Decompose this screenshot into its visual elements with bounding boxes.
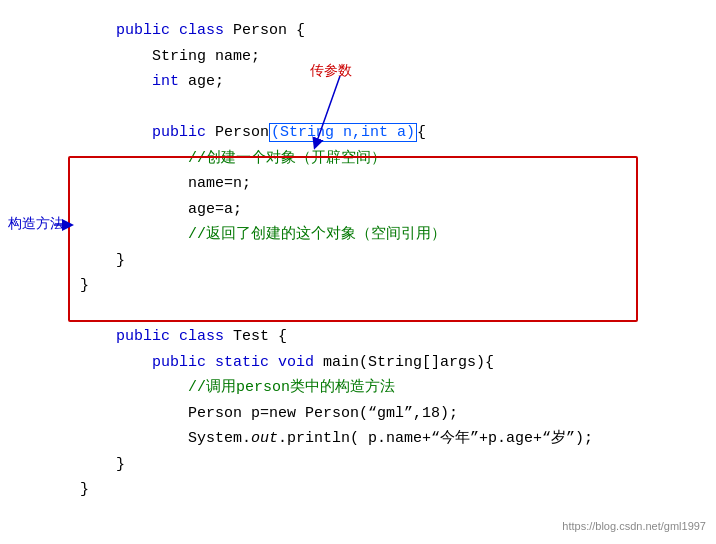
out-italic: out xyxy=(251,430,278,447)
comment-2: //返回了创建的这个对象（空间引用） xyxy=(188,226,446,243)
code-line-15: //调用person类中的构造方法 xyxy=(80,375,716,401)
code-line-13: public class Test { xyxy=(80,324,716,350)
code-line-7: name=n; xyxy=(80,171,716,197)
code-line-2: String name; xyxy=(80,44,716,70)
keyword-int: int xyxy=(152,73,179,90)
keyword-class2: class xyxy=(179,328,224,345)
code-line-3: int age; xyxy=(80,69,716,95)
code-line-17: System.out.println( p.name+“今年”+p.age+“岁… xyxy=(80,426,716,452)
comment-3: //调用person类中的构造方法 xyxy=(188,379,395,396)
comment-1: //创建一个对象（开辟空间） xyxy=(188,150,386,167)
code-line-16: Person p=new Person(“gml”,18); xyxy=(80,401,716,427)
keyword-public3: public xyxy=(116,328,170,345)
code-area: public class Person { String name; int a… xyxy=(0,0,716,544)
code-line-19: } xyxy=(80,477,716,503)
code-line-9: //返回了创建的这个对象（空间引用） xyxy=(80,222,716,248)
code-line-5: public Person(String n,int a){ xyxy=(80,120,716,146)
code-line-6: //创建一个对象（开辟空间） xyxy=(80,146,716,172)
code-line-1: public class Person { xyxy=(80,18,716,44)
code-line-8: age=a; xyxy=(80,197,716,223)
params-highlight: (String n,int a) xyxy=(269,123,417,142)
keyword-class: class xyxy=(179,22,224,39)
watermark: https://blog.csdn.net/gml1997 xyxy=(562,520,706,532)
code-line-10: } xyxy=(80,248,716,274)
keyword-public: public xyxy=(116,22,170,39)
code-line-4 xyxy=(80,95,716,121)
code-line-18: } xyxy=(80,452,716,478)
code-line-12 xyxy=(80,299,716,325)
constructor-arrow xyxy=(54,219,74,231)
code-line-14: public static void main(String[]args){ xyxy=(80,350,716,376)
keyword-public4: public xyxy=(152,354,206,371)
keyword-static: static xyxy=(215,354,269,371)
code-line-11: } xyxy=(80,273,716,299)
keyword-public2: public xyxy=(152,124,206,141)
keyword-void: void xyxy=(278,354,314,371)
